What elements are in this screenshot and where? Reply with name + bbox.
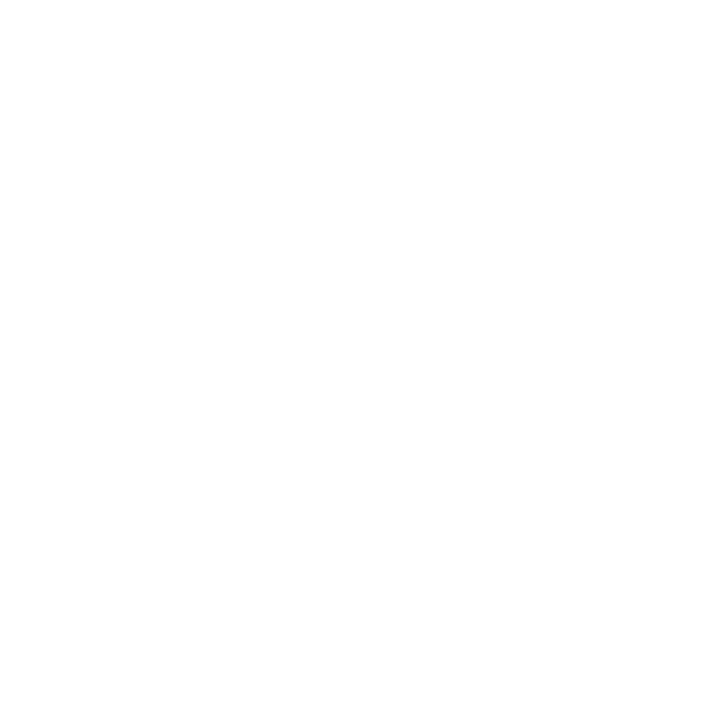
chart-svg [14,23,714,714]
plot-area [14,23,714,714]
chart-container [0,0,728,728]
